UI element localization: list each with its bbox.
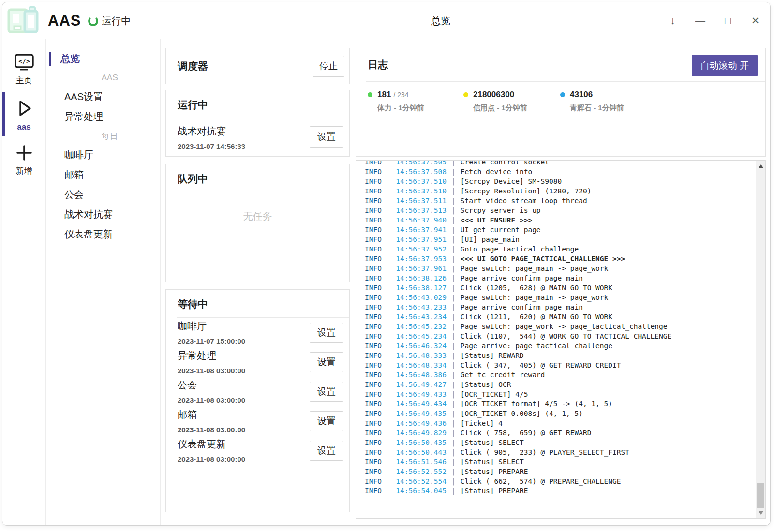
rail-item-aas[interactable]: aas: [2, 91, 45, 137]
log-level: INFO: [356, 467, 388, 476]
task-name: 异常处理: [178, 349, 245, 362]
side-nav: 总览AASAAS设置异常处理每日咖啡厅邮箱公会战术对抗赛仪表盘更新: [46, 39, 161, 525]
scroll-down-icon[interactable]: [759, 511, 763, 515]
log-line: INFO14:56:54.045|[Status] PREPARE: [356, 486, 755, 496]
log-scrollbar[interactable]: [756, 161, 765, 518]
log-separator: |: [451, 457, 456, 467]
sidebar-item[interactable]: 咖啡厅: [46, 145, 160, 165]
log-level: INFO: [356, 399, 388, 409]
log-level: INFO: [356, 312, 388, 322]
log-level: INFO: [356, 206, 388, 215]
waiting-card: 等待中 咖啡厅2023-11-07 15:00:00设置异常处理2023-11-…: [165, 289, 350, 512]
log-message: [Status] PREPARE: [461, 467, 528, 476]
log-time: 14:56:37.513: [388, 206, 447, 215]
log-level: INFO: [356, 167, 388, 177]
sidebar-item[interactable]: 总览: [46, 49, 160, 69]
log-separator: |: [451, 186, 456, 196]
log-line: INFO14:56:37.952|Goto page_tactical_chal…: [356, 244, 755, 254]
log-line: INFO14:56:37.953|<<< UI GOTO PAGE_TACTIC…: [356, 254, 755, 264]
log-line: INFO14:56:37.940|<<< UI ENSURE >>>: [356, 215, 755, 225]
scheduler-card: 调度器 停止: [165, 48, 350, 84]
scheduler-title: 调度器: [178, 59, 208, 73]
log-time: 14:56:37.510: [388, 186, 447, 196]
rail-label: 新增: [16, 165, 32, 177]
stat-value: 43106: [570, 90, 593, 100]
sidebar-item[interactable]: 仪表盘更新: [46, 224, 160, 244]
log-separator: |: [451, 206, 456, 215]
stat-dot-icon: [463, 92, 468, 97]
log-separator: |: [451, 331, 456, 341]
sidebar-item[interactable]: 异常处理: [46, 107, 160, 127]
running-task-row: 战术对抗赛 2023-11-07 14:56:33 设置: [166, 118, 349, 150]
task-settings-button[interactable]: 设置: [310, 323, 343, 343]
log-message: Click ( 758, 659) @ GET_REWARD: [461, 428, 592, 438]
log-time: 14:56:49.435: [388, 409, 447, 418]
log-level: INFO: [356, 438, 388, 447]
scrollbar-thumb[interactable]: [757, 483, 764, 508]
autoscroll-toggle-button[interactable]: 自动滚动 开: [692, 55, 758, 76]
log-message: Page switch: page_work -> page_tactical_…: [461, 322, 668, 331]
running-task-info: 战术对抗赛 2023-11-07 14:56:33: [178, 125, 245, 150]
task-info: 咖啡厅2023-11-07 15:00:00: [178, 320, 245, 345]
running-spinner-icon: [88, 16, 98, 26]
task-name: 仪表盘更新: [178, 438, 245, 451]
log-separator: |: [451, 215, 456, 225]
log-separator: |: [451, 428, 456, 438]
running-title: 运行中: [178, 99, 208, 110]
log-message: <<< UI ENSURE >>>: [461, 215, 532, 225]
log-message: [Status] SELECT: [461, 438, 524, 447]
page-title: 总览: [431, 15, 450, 28]
task-settings-button[interactable]: 设置: [310, 411, 343, 431]
task-settings-button[interactable]: 设置: [310, 352, 343, 372]
stop-button[interactable]: 停止: [313, 56, 344, 77]
task-name: 战术对抗赛: [178, 125, 245, 138]
log-separator: |: [451, 273, 456, 283]
log-viewer[interactable]: INFO14:56:37.505|Create control socketIN…: [356, 160, 766, 519]
log-separator: |: [451, 351, 456, 360]
sidebar-item[interactable]: 公会: [46, 185, 160, 205]
rail-item-home[interactable]: </> 主页: [2, 47, 45, 91]
log-line: INFO14:56:50.443|Click ( 905, 233) @ PLA…: [356, 447, 755, 457]
log-time: 14:56:37.511: [388, 196, 447, 206]
log-separator: |: [451, 293, 456, 302]
log-separator: |: [451, 467, 456, 476]
log-message: Click (1205, 628) @ MAIN_GO_TO_WORK: [461, 283, 612, 293]
log-message: Start video stream loop thread: [461, 196, 587, 206]
log-separator: |: [451, 322, 456, 331]
scroll-up-icon[interactable]: [759, 164, 763, 168]
log-separator: |: [451, 167, 456, 177]
rail-item-new[interactable]: 新增: [2, 137, 45, 182]
task-settings-button[interactable]: 设置: [310, 441, 343, 461]
log-level: INFO: [356, 428, 388, 438]
log-message: [Status] REWARD: [461, 351, 524, 360]
log-line: INFO14:56:52.554|Click ( 662, 574) @ PRE…: [356, 476, 755, 486]
log-level: INFO: [356, 389, 388, 399]
log-line: INFO14:56:43.234|Click (1211, 620) @ MAI…: [356, 312, 755, 322]
svg-text:</>: </>: [18, 58, 30, 65]
maximize-button[interactable]: □: [714, 15, 742, 27]
sidebar-item[interactable]: AAS设置: [46, 87, 160, 107]
log-time: 14:56:43.234: [388, 312, 447, 322]
log-message: Click ( 905, 233) @ PLAYER_SELECT_FIRST: [461, 447, 629, 457]
sidebar-item[interactable]: 邮箱: [46, 165, 160, 185]
log-separator: |: [451, 264, 456, 273]
log-message: Goto page_tactical_challenge: [461, 244, 579, 254]
title-bar: AAS 运行中 总览 ↓—□✕: [2, 2, 770, 39]
log-time: 14:56:48.334: [388, 360, 447, 370]
minimize-button[interactable]: —: [686, 15, 714, 27]
log-separator: |: [451, 486, 456, 496]
close-button[interactable]: ✕: [742, 15, 769, 27]
log-level: INFO: [356, 331, 388, 341]
task-settings-button[interactable]: 设置: [310, 126, 343, 148]
task-settings-button[interactable]: 设置: [310, 382, 343, 402]
log-message: Page switch: page_main -> page_work: [461, 293, 609, 302]
running-card: 运行中 战术对抗赛 2023-11-07 14:56:33 设置: [165, 90, 350, 157]
log-time: 14:56:48.333: [388, 351, 447, 360]
fold-button[interactable]: ↓: [659, 15, 686, 27]
log-time: 14:56:49.436: [388, 418, 447, 428]
task-time: 2023-11-08 03:00:00: [178, 426, 245, 434]
log-level: INFO: [356, 244, 388, 254]
sidebar-item[interactable]: 战术对抗赛: [46, 205, 160, 224]
log-line: INFO14:56:48.334|Click ( 347, 405) @ GET…: [356, 360, 755, 370]
log-line: INFO14:56:37.508|Fetch device info: [356, 167, 755, 177]
